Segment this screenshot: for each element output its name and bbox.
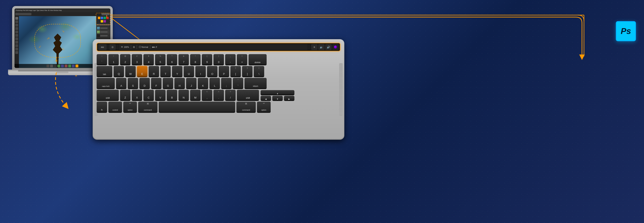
keyboard-keys: ~ ` ! 1 @ 2 # 3 $ 4 bbox=[97, 54, 340, 112]
key-control[interactable]: control bbox=[108, 102, 122, 112]
key-g[interactable]: G bbox=[163, 78, 173, 88]
ps-toolbar-top bbox=[14, 12, 110, 16]
key-rbracket[interactable]: } ] bbox=[242, 66, 252, 76]
key-l[interactable]: L bbox=[210, 78, 220, 88]
ps-tools-panel bbox=[14, 16, 19, 68]
key-tab[interactable]: tab bbox=[97, 66, 112, 76]
key-q[interactable]: Q bbox=[114, 66, 124, 76]
tb-photoshop-section: 👁 100% ⊞ 🖵 Normal ■■ ↺ bbox=[118, 44, 308, 50]
key-minus[interactable]: _ - bbox=[225, 54, 236, 64]
key-arrow-right[interactable]: ▶ bbox=[284, 96, 294, 100]
key-b[interactable]: B bbox=[167, 90, 177, 100]
tb-blend-item[interactable]: 🖵 Normal bbox=[138, 45, 150, 49]
key-command-left[interactable]: ⌘ command bbox=[138, 102, 158, 112]
key-capslock[interactable]: caps lock bbox=[97, 78, 115, 88]
tb-eye-icon: 👁 bbox=[121, 46, 123, 48]
tb-zoom-label: 100% bbox=[124, 46, 129, 48]
key-semicolon[interactable]: : ; bbox=[221, 78, 232, 88]
ps-layer-2 bbox=[97, 30, 110, 34]
key-lbracket[interactable]: { [ bbox=[230, 66, 241, 76]
touch-bar[interactable]: esc ⊕ 👁 100% ⊞ 🖵 Normal bbox=[97, 43, 340, 51]
key-backtick[interactable]: ~ ` bbox=[97, 54, 107, 64]
key-3[interactable]: # 3 bbox=[132, 54, 142, 64]
swatch-blue bbox=[101, 17, 103, 19]
key-t[interactable]: T bbox=[160, 66, 171, 76]
key-2[interactable]: @ 2 bbox=[120, 54, 130, 64]
tb-esc-key[interactable]: esc bbox=[98, 44, 107, 50]
key-slash[interactable]: ? / bbox=[225, 90, 236, 100]
key-option-left[interactable]: alt option bbox=[123, 102, 137, 112]
shift-row: shift Z X C V B N M < , > . ? bbox=[97, 90, 340, 100]
key-shift-right[interactable]: shift bbox=[237, 90, 259, 100]
key-fn[interactable]: fn bbox=[97, 102, 107, 112]
key-n[interactable]: N bbox=[178, 90, 189, 100]
key-w[interactable]: W bbox=[125, 66, 136, 76]
key-return[interactable]: return bbox=[244, 78, 266, 88]
key-arrow-up[interactable]: ▲ bbox=[260, 90, 294, 94]
bottom-row: fn control alt option ⌘ command ⌘ comman… bbox=[97, 102, 340, 112]
key-4[interactable]: $ 4 bbox=[144, 54, 154, 64]
key-period[interactable]: > . bbox=[214, 90, 224, 100]
tb-resize-item[interactable]: ⊞ bbox=[132, 45, 136, 49]
key-m[interactable]: M bbox=[190, 90, 200, 100]
key-a[interactable]: A bbox=[116, 78, 126, 88]
tb-volume-down-btn[interactable]: 🔉 bbox=[318, 44, 324, 50]
key-c[interactable]: C bbox=[144, 90, 154, 100]
key-option-right[interactable]: alt option bbox=[257, 102, 271, 112]
key-d[interactable]: D bbox=[139, 78, 150, 88]
key-command-right[interactable]: ⌘ command bbox=[236, 102, 256, 112]
key-comma[interactable]: < , bbox=[202, 90, 212, 100]
key-u[interactable]: U bbox=[184, 66, 194, 76]
key-z[interactable]: Z bbox=[120, 90, 130, 100]
key-f[interactable]: F bbox=[151, 78, 162, 88]
tb-adjust-key[interactable]: ⊕ bbox=[109, 44, 116, 50]
key-arrow-left[interactable]: ◀ bbox=[260, 96, 271, 100]
key-e[interactable]: E bbox=[137, 66, 148, 76]
key-arrow-down[interactable]: ▼ bbox=[272, 96, 283, 100]
key-backslash[interactable]: | \ bbox=[254, 66, 264, 76]
key-equals[interactable]: + = bbox=[237, 54, 247, 64]
key-y[interactable]: Y bbox=[172, 66, 182, 76]
tb-ps-sep-2 bbox=[137, 45, 137, 49]
swatch-green bbox=[104, 17, 106, 19]
ps-icon-text: Ps bbox=[621, 26, 631, 36]
key-v[interactable]: V bbox=[155, 90, 166, 100]
tb-siri-btn[interactable] bbox=[332, 44, 339, 50]
key-k[interactable]: K bbox=[198, 78, 208, 88]
key-5[interactable]: % 5 bbox=[155, 54, 166, 64]
key-quote[interactable]: " ' bbox=[233, 78, 243, 88]
key-8[interactable]: * 8 bbox=[190, 54, 200, 64]
tb-system-section: ☀ 🔉 🔊 bbox=[310, 44, 339, 50]
tb-blend-label: Normal bbox=[142, 46, 148, 48]
qwerty-row: tab Q W E R T Y U I O P { [ } ] bbox=[97, 66, 340, 76]
key-s[interactable]: S bbox=[128, 78, 138, 88]
ps-menu-items: Photoshop File Edit Image Layer Type Sel… bbox=[16, 10, 62, 11]
key-x[interactable]: X bbox=[132, 90, 142, 100]
tb-monitor-icon: 🖵 bbox=[139, 46, 141, 48]
ps-menubar: Photoshop File Edit Image Layer Type Sel… bbox=[14, 8, 110, 12]
key-r[interactable]: R bbox=[148, 66, 159, 76]
key-p[interactable]: P bbox=[219, 66, 229, 76]
tb-volume-up-btn[interactable]: 🔊 bbox=[325, 44, 332, 50]
ps-selection-marquee bbox=[34, 24, 81, 58]
photoshop-icon: Ps bbox=[616, 21, 636, 41]
tb-brightness-btn[interactable]: ☀ bbox=[311, 44, 318, 50]
key-delete[interactable]: delete bbox=[248, 54, 266, 64]
key-7[interactable]: & 7 bbox=[178, 54, 189, 64]
key-j[interactable]: J bbox=[186, 78, 196, 88]
key-o[interactable]: O bbox=[207, 66, 218, 76]
key-1[interactable]: ! 1 bbox=[108, 54, 119, 64]
key-i[interactable]: I bbox=[195, 66, 206, 76]
tb-separator-2 bbox=[117, 45, 117, 49]
key-space[interactable] bbox=[159, 102, 235, 112]
tb-eye-item[interactable]: 👁 100% bbox=[120, 45, 130, 49]
tb-history-item[interactable]: ■■ ↺ bbox=[151, 45, 158, 49]
tb-undo-icon: ↺ bbox=[155, 46, 157, 48]
key-6[interactable]: ^ 6 bbox=[167, 54, 177, 64]
tb-history-icon: ■■ bbox=[152, 46, 155, 48]
key-0[interactable]: ) 0 bbox=[214, 54, 224, 64]
key-9[interactable]: ( 9 bbox=[202, 54, 212, 64]
key-h[interactable]: H bbox=[174, 78, 185, 88]
swatch-purple bbox=[104, 20, 106, 22]
key-shift-left[interactable]: shift bbox=[97, 90, 119, 100]
